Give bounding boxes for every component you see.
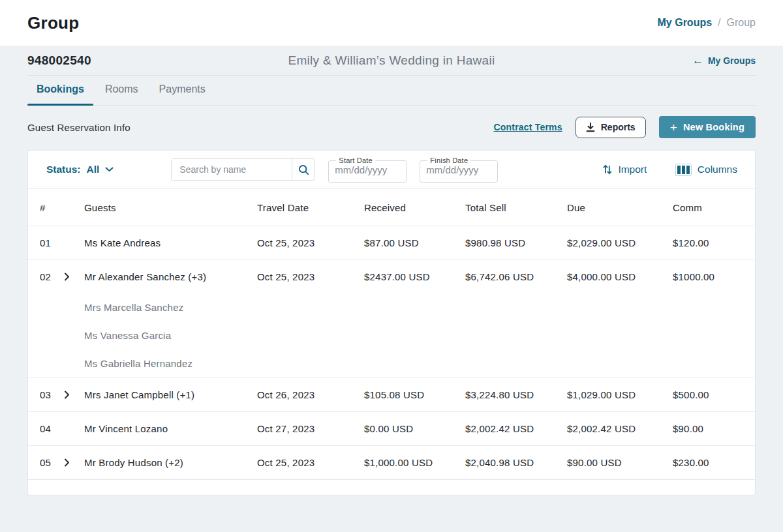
comm-amount: $230.00: [673, 457, 743, 468]
back-to-my-groups-link[interactable]: ← My Groups: [573, 55, 756, 66]
search-box: [171, 158, 315, 181]
expand-chevron-icon[interactable]: [63, 389, 71, 400]
columns-label: Columns: [698, 164, 737, 175]
columns-button[interactable]: Columns: [675, 164, 737, 176]
total-sell-amount: $980.98 USD: [465, 237, 567, 248]
search-button[interactable]: [292, 159, 315, 180]
columns-icon: [675, 164, 692, 176]
card-footer: [28, 479, 755, 495]
expand-chevron-icon[interactable]: [63, 457, 71, 468]
tab-payments[interactable]: Payments: [150, 76, 215, 105]
due-amount: $1,029.00 USD: [567, 389, 673, 400]
total-sell-amount: $2,040.98 USD: [465, 457, 567, 468]
received-amount: $1,000.00 USD: [364, 457, 465, 468]
import-label: Import: [618, 164, 647, 175]
group-band: 948002540 Emily & William’s Wedding in H…: [0, 46, 783, 76]
row-num: 03: [40, 389, 63, 400]
search-input[interactable]: [172, 159, 292, 180]
tab-rooms[interactable]: Rooms: [96, 76, 147, 105]
guest-name: Mr Vincent Lozano: [84, 423, 257, 434]
start-date-label: Start Date: [336, 156, 375, 164]
guest-name: Mrs Janet Campbell (+1): [84, 389, 257, 400]
received-amount: $87.00 USD: [364, 237, 465, 248]
guest-name: Mr Alexander Sanchez (+3): [84, 271, 257, 282]
total-sell-amount: $3,224.80 USD: [465, 389, 567, 400]
total-sell-amount: $6,742.06 USD: [465, 271, 567, 282]
breadcrumb-current: Group: [727, 17, 756, 29]
tab-bookings[interactable]: Bookings: [27, 76, 93, 105]
received-amount: $105.08 USD: [364, 389, 465, 400]
travel-date: Oct 26, 2023: [257, 389, 364, 400]
status-filter-label: Status:: [46, 164, 81, 175]
companion-row: Ms Gabriella Hernandez: [28, 349, 755, 377]
row-num: 01: [40, 237, 63, 248]
back-arrow-icon: ←: [692, 55, 703, 66]
table-row[interactable]: 04 Mr Vincent Lozano Oct 27, 2023 $0.00 …: [28, 411, 755, 445]
back-link-label: My Groups: [708, 55, 756, 66]
guest-name: Mr Brody Hudson (+2): [84, 457, 257, 468]
total-sell-amount: $2,002.42 USD: [465, 423, 567, 434]
row-num: 05: [40, 457, 63, 468]
comm-amount: $1000.00: [673, 271, 743, 282]
new-booking-button[interactable]: + New Booking: [659, 116, 756, 138]
table-row[interactable]: 02 Mr Alexander Sanchez (+3) Oct 25, 202…: [28, 259, 755, 293]
due-amount: $2,002.42 USD: [567, 423, 673, 434]
section-actions: Contract Terms Reports + New Booking: [494, 116, 756, 138]
comm-amount: $500.00: [673, 389, 743, 400]
comm-amount: $90.00: [673, 423, 743, 434]
companion-name: Ms Gabriella Hernandez: [84, 358, 257, 369]
companion-row: Ms Vanessa Garcia: [28, 321, 755, 349]
tabs-wrap: Bookings Rooms Payments: [0, 76, 783, 106]
companion-name: Ms Vanessa Garcia: [84, 330, 257, 341]
col-header-comm: Comm: [673, 202, 743, 213]
col-header-due: Due: [567, 202, 673, 213]
status-filter-dropdown[interactable]: Status: All: [46, 164, 114, 175]
col-header-guests: Guests: [84, 202, 257, 213]
search-icon: [298, 164, 309, 175]
row-num: 04: [40, 423, 63, 434]
guest-name: Ms Kate Andreas: [84, 237, 257, 248]
reports-button-label: Reports: [601, 122, 636, 132]
col-header-num: #: [40, 202, 63, 213]
section-bar: Guest Reservation Info Contract Terms Re…: [0, 106, 783, 150]
expand-chevron-icon[interactable]: [63, 271, 71, 282]
bookings-card: Status: All Start Date Finish Da: [27, 150, 756, 495]
download-icon: [586, 123, 595, 132]
breadcrumb-separator: /: [718, 17, 720, 29]
new-booking-button-label: New Booking: [683, 122, 745, 132]
due-amount: $90.00 USD: [567, 457, 673, 468]
section-heading: Guest Reservation Info: [27, 122, 130, 133]
page-title: Group: [27, 13, 80, 33]
group-name: Emily & William’s Wedding in Hawaii: [210, 53, 573, 68]
tabs: Bookings Rooms Payments: [27, 76, 756, 106]
due-amount: $2,029.00 USD: [567, 237, 673, 248]
reports-button[interactable]: Reports: [576, 117, 646, 138]
travel-date: Oct 27, 2023: [257, 423, 364, 434]
received-amount: $2437.00 USD: [364, 271, 465, 282]
row-num: 02: [40, 271, 63, 282]
table-row[interactable]: 03 Mrs Janet Campbell (+1) Oct 26, 2023 …: [28, 377, 755, 411]
received-amount: $0.00 USD: [364, 423, 465, 434]
table-header-row: # Guests Travel Date Received Total Sell…: [28, 189, 755, 226]
col-header-travel-date: Travel Date: [257, 202, 364, 213]
col-header-received: Received: [364, 202, 465, 213]
travel-date: Oct 25, 2023: [257, 457, 364, 468]
start-date-input[interactable]: [335, 164, 402, 175]
import-button[interactable]: Import: [603, 164, 647, 175]
start-date-field: Start Date: [328, 156, 407, 183]
table-row[interactable]: 01 Ms Kate Andreas Oct 25, 2023 $87.00 U…: [28, 226, 755, 259]
travel-date: Oct 25, 2023: [257, 271, 364, 282]
import-sort-arrows-icon: [603, 164, 612, 175]
contract-terms-link[interactable]: Contract Terms: [494, 122, 562, 132]
table-row[interactable]: 05 Mr Brody Hudson (+2) Oct 25, 2023 $1,…: [28, 445, 755, 479]
col-header-total-sell: Total Sell: [465, 202, 567, 213]
finish-date-field: Finish Date: [420, 156, 498, 183]
companion-name: Mrs Marcella Sanchez: [84, 302, 257, 313]
filter-row: Status: All Start Date Finish Da: [28, 151, 755, 189]
breadcrumb-my-groups-link[interactable]: My Groups: [658, 17, 713, 29]
due-amount: $4,000.00 USD: [567, 271, 673, 282]
finish-date-label: Finish Date: [427, 156, 470, 164]
comm-amount: $120.00: [673, 237, 743, 248]
finish-date-input[interactable]: [426, 164, 493, 175]
travel-date: Oct 25, 2023: [257, 237, 364, 248]
